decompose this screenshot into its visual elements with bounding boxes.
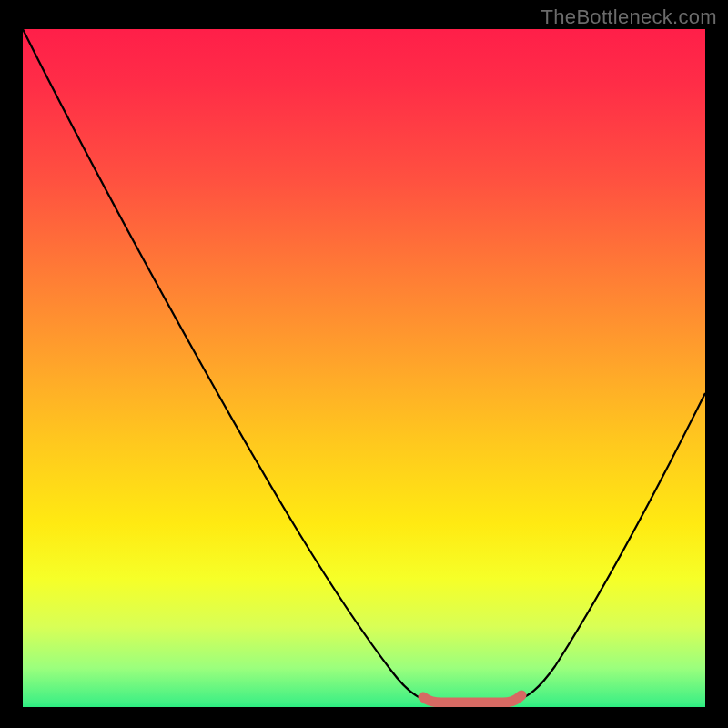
curve-layer — [23, 29, 705, 707]
watermark-text: TheBottleneck.com — [541, 5, 717, 29]
bottleneck-curve — [23, 29, 705, 701]
plot-area — [23, 29, 705, 707]
optimal-range-marker — [423, 695, 521, 703]
chart-frame: TheBottleneck.com — [0, 0, 728, 728]
